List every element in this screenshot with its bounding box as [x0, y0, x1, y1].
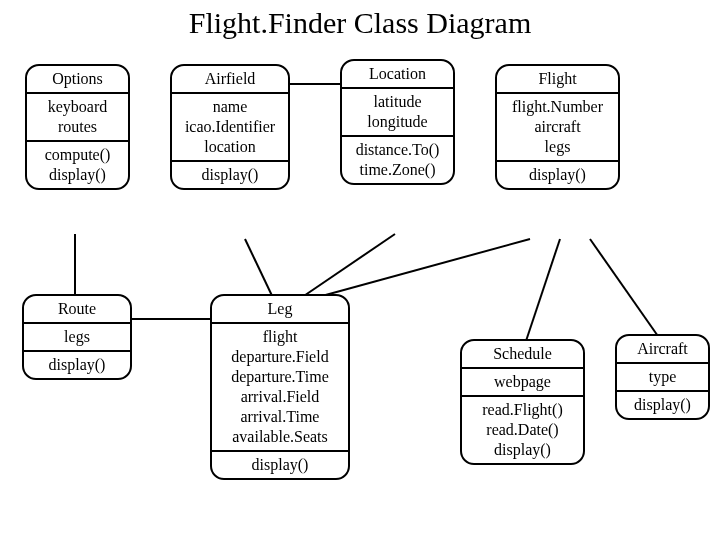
class-name: Flight: [497, 66, 618, 92]
method: distance.To(): [346, 140, 449, 160]
attr: location: [176, 137, 284, 157]
class-location: Location latitude longitude distance.To(…: [340, 59, 455, 185]
attr: arrival.Time: [216, 407, 344, 427]
class-name: Route: [24, 296, 130, 322]
method: display(): [216, 455, 344, 475]
class-methods: distance.To() time.Zone(): [342, 135, 453, 183]
svg-line-6: [590, 239, 660, 339]
diagram-canvas: Options keyboard routes compute() displa…: [0, 44, 720, 534]
class-airfield: Airfield name icao.Identifier location d…: [170, 64, 290, 190]
method: display(): [31, 165, 124, 185]
svg-line-4: [300, 239, 530, 302]
class-methods: display(): [617, 390, 708, 418]
class-attrs: flight departure.Field departure.Time ar…: [212, 322, 348, 450]
attr: aircraft: [501, 117, 614, 137]
attr: flight.Number: [501, 97, 614, 117]
attr: legs: [501, 137, 614, 157]
method: read.Flight(): [466, 400, 579, 420]
class-attrs: keyboard routes: [27, 92, 128, 140]
class-name: Airfield: [172, 66, 288, 92]
method: display(): [176, 165, 284, 185]
class-attrs: flight.Number aircraft legs: [497, 92, 618, 160]
class-flight: Flight flight.Number aircraft legs displ…: [495, 64, 620, 190]
class-name: Leg: [212, 296, 348, 322]
class-name: Aircraft: [617, 336, 708, 362]
class-attrs: legs: [24, 322, 130, 350]
class-schedule: Schedule webpage read.Flight() read.Date…: [460, 339, 585, 465]
attr: arrival.Field: [216, 387, 344, 407]
class-methods: compute() display(): [27, 140, 128, 188]
attr: departure.Field: [216, 347, 344, 367]
attr: icao.Identifier: [176, 117, 284, 137]
svg-line-2: [245, 239, 275, 302]
attr: longitude: [346, 112, 449, 132]
attr: available.Seats: [216, 427, 344, 447]
class-options: Options keyboard routes compute() displa…: [25, 64, 130, 190]
attr: routes: [31, 117, 124, 137]
method: display(): [621, 395, 704, 415]
diagram-title: Flight.Finder Class Diagram: [0, 0, 720, 44]
class-name: Options: [27, 66, 128, 92]
method: time.Zone(): [346, 160, 449, 180]
attr: webpage: [466, 372, 579, 392]
class-methods: display(): [212, 450, 348, 478]
method: display(): [466, 440, 579, 460]
class-attrs: name icao.Identifier location: [172, 92, 288, 160]
attr: name: [176, 97, 284, 117]
class-leg: Leg flight departure.Field departure.Tim…: [210, 294, 350, 480]
class-name: Schedule: [462, 341, 583, 367]
class-route: Route legs display(): [22, 294, 132, 380]
attr: type: [621, 367, 704, 387]
class-methods: display(): [24, 350, 130, 378]
svg-line-3: [295, 234, 395, 302]
attr: departure.Time: [216, 367, 344, 387]
class-attrs: type: [617, 362, 708, 390]
method: display(): [501, 165, 614, 185]
attr: keyboard: [31, 97, 124, 117]
attr: legs: [28, 327, 126, 347]
svg-line-5: [525, 239, 560, 344]
method: compute(): [31, 145, 124, 165]
class-attrs: latitude longitude: [342, 87, 453, 135]
class-methods: display(): [497, 160, 618, 188]
class-methods: display(): [172, 160, 288, 188]
method: read.Date(): [466, 420, 579, 440]
class-attrs: webpage: [462, 367, 583, 395]
method: display(): [28, 355, 126, 375]
attr: latitude: [346, 92, 449, 112]
class-name: Location: [342, 61, 453, 87]
class-aircraft: Aircraft type display(): [615, 334, 710, 420]
class-methods: read.Flight() read.Date() display(): [462, 395, 583, 463]
attr: flight: [216, 327, 344, 347]
